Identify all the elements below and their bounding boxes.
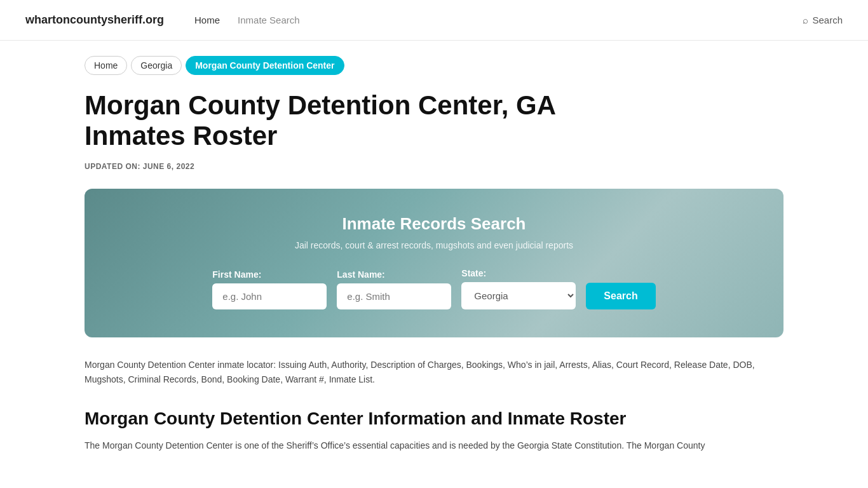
state-select[interactable]: AlabamaAlaskaArizonaArkansasCaliforniaCo… [461,282,576,309]
breadcrumb-home[interactable]: Home [85,56,127,75]
widget-subtitle: Jail records, court & arrest records, mu… [123,240,745,250]
last-name-label: Last Name: [337,269,384,280]
description-text: Morgan County Detention Center inmate lo… [85,358,783,388]
state-group: State: AlabamaAlaskaArizonaArkansasCalif… [461,268,576,309]
breadcrumb-georgia[interactable]: Georgia [131,56,182,75]
widget-title: Inmate Records Search [123,214,745,234]
site-brand[interactable]: whartoncountysheriff.org [25,13,164,27]
last-name-input[interactable] [337,283,451,309]
main-content: Home Georgia Morgan County Detention Cen… [59,41,809,479]
nav-links: Home Inmate Search [194,15,782,25]
page-title: Morgan County Detention Center, GA Inmat… [85,90,631,152]
first-name-group: First Name: [212,269,327,309]
nav-home[interactable]: Home [194,15,220,25]
section-heading: Morgan County Detention Center Informati… [85,408,783,430]
first-name-label: First Name: [212,269,261,280]
updated-label: UPDATED ON: JUNE 6, 2022 [85,162,783,171]
nav-search[interactable]: ⌕ Search [803,15,843,25]
last-name-group: Last Name: [337,269,451,309]
breadcrumb-current[interactable]: Morgan County Detention Center [186,56,344,75]
nav-inmate-search[interactable]: Inmate Search [238,15,300,25]
state-label: State: [461,268,486,278]
nav-search-label: Search [812,15,843,25]
search-button[interactable]: Search [586,283,655,309]
search-form: First Name: Last Name: State: AlabamaAla… [123,268,745,309]
first-name-input[interactable] [212,283,327,309]
navbar: whartoncountysheriff.org Home Inmate Sea… [0,0,868,41]
search-icon: ⌕ [803,15,808,25]
search-widget: Inmate Records Search Jail records, cour… [85,189,783,337]
section-body: The Morgan County Detention Center is on… [85,438,783,454]
breadcrumb: Home Georgia Morgan County Detention Cen… [85,56,783,75]
